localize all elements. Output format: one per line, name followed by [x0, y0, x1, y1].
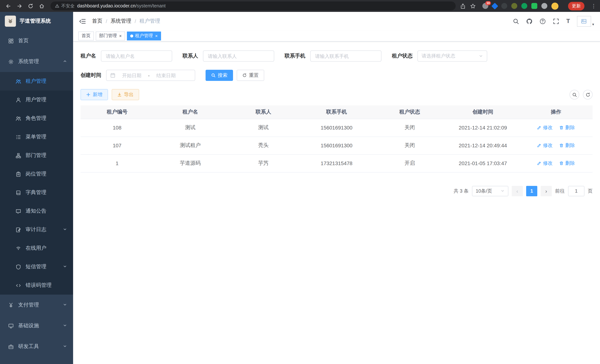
tab-home[interactable]: 首页	[78, 31, 94, 40]
delete-button[interactable]: 删除	[559, 142, 575, 149]
page-number-1[interactable]: 1	[526, 186, 537, 196]
sidebar-item-post[interactable]: 岗位管理	[0, 165, 73, 183]
cell-actions: 修改删除	[519, 154, 593, 172]
end-date-input[interactable]	[153, 73, 179, 78]
extension-green[interactable]	[521, 3, 527, 9]
browser-back-icon[interactable]	[4, 1, 13, 10]
edit-button[interactable]: 修改	[537, 142, 553, 149]
profile-avatar[interactable]	[551, 2, 558, 9]
sidebar-item-home[interactable]: 首页	[0, 30, 73, 51]
add-button-label: 新增	[93, 91, 103, 98]
tab-close-icon[interactable]: ×	[155, 34, 158, 38]
sidebar-item-notice[interactable]: 通知公告	[0, 202, 73, 220]
extension-diamond[interactable]	[491, 3, 498, 9]
online-icon	[16, 245, 21, 251]
tenant-name-input[interactable]	[101, 50, 172, 62]
sidebar-item-online[interactable]: 在线用户	[0, 239, 73, 258]
tenant-name-label: 租户名	[81, 53, 96, 59]
extension-chat[interactable]	[531, 3, 537, 9]
status-select[interactable]: 请选择租户状态	[417, 50, 487, 62]
extension-olive[interactable]	[511, 3, 517, 9]
trash-icon	[559, 143, 564, 148]
extension-ring[interactable]	[501, 3, 507, 9]
sidebar-item-user[interactable]: 用户管理	[0, 91, 73, 109]
edit-button[interactable]: 修改	[537, 124, 553, 131]
page-size-select[interactable]: 10条/页	[472, 186, 508, 196]
breadcrumb-link[interactable]: 首页	[92, 18, 103, 25]
tenant-table: 租户编号租户名联系人联系手机租户状态创建时间操作 108测试测试15601691…	[81, 105, 593, 172]
sidebar-item-label: 部门管理	[26, 152, 67, 159]
delete-button[interactable]: 删除	[559, 124, 575, 131]
github-icon[interactable]	[526, 18, 533, 24]
tab-tenant[interactable]: 租户管理×	[127, 31, 161, 40]
export-button[interactable]: 导出	[112, 89, 139, 100]
sidebar-item-audit[interactable]: 审计日志	[0, 220, 73, 239]
date-range-picker[interactable]: -	[106, 70, 195, 81]
delete-button[interactable]: 删除	[559, 160, 575, 167]
address-bar[interactable]: 不安全 dashboard.yudao.iocoder.cn/system/te…	[50, 1, 456, 10]
column-header: 租户编号	[81, 105, 154, 119]
browser-home-icon[interactable]	[37, 1, 46, 10]
table-body: 108测试测试15601691300关闭2021-12-14 21:02:09修…	[81, 119, 593, 172]
search-button[interactable]: 搜索	[206, 70, 233, 81]
tab-close-icon[interactable]: ×	[119, 34, 122, 38]
header-search-icon[interactable]	[513, 18, 519, 24]
update-button[interactable]: 更新	[568, 2, 584, 10]
bookmark-star-icon[interactable]	[470, 3, 476, 9]
sidebar-item-tools[interactable]: 研发工具	[0, 336, 73, 357]
page-unit-label: 页	[588, 187, 593, 194]
breadcrumb-link[interactable]: 系统管理	[111, 18, 131, 25]
sidebar-item-system[interactable]: 系统管理	[0, 51, 73, 72]
app-logo-area[interactable]: 芋道管理系统	[0, 12, 73, 30]
prev-page-button[interactable]: ‹	[512, 186, 523, 196]
sidebar-item-label: 审计日志	[26, 226, 58, 233]
url-text[interactable]: dashboard.yudao.iocoder.cn/system/tenant	[77, 3, 166, 9]
sidebar-item-infra[interactable]: 基础设施	[0, 315, 73, 336]
contact-input[interactable]	[203, 50, 274, 62]
cell-actions: 修改删除	[519, 137, 593, 154]
extension-puzzle[interactable]	[541, 3, 547, 9]
calendar-icon	[110, 73, 115, 78]
sidebar-item-pay[interactable]: 支付管理	[0, 295, 73, 315]
sidebar-item-menu[interactable]: 菜单管理	[0, 128, 73, 146]
sidebar-item-role[interactable]: 角色管理	[0, 109, 73, 128]
breadcrumb-separator: /	[106, 18, 107, 24]
tab-label: 首页	[82, 33, 91, 39]
create-time-label: 创建时间	[81, 72, 101, 79]
goto-page-input[interactable]	[568, 186, 584, 196]
add-button[interactable]: 新增	[81, 89, 108, 100]
cell-name: 测试租户	[154, 137, 227, 154]
next-page-button[interactable]: ›	[541, 186, 552, 196]
sidebar-item-dept[interactable]: 部门管理	[0, 146, 73, 165]
security-label[interactable]: 不安全	[61, 3, 75, 9]
sidebar-item-dict[interactable]: 字典管理	[0, 183, 73, 202]
app-logo	[5, 16, 16, 27]
extension-dots[interactable]: 10	[482, 3, 488, 9]
hamburger-icon[interactable]	[79, 18, 86, 25]
sidebar-item-sms[interactable]: 短信管理	[0, 258, 73, 276]
phone-input[interactable]	[310, 50, 381, 62]
dashboard-icon	[8, 38, 14, 44]
fullscreen-icon[interactable]	[553, 18, 559, 24]
cell-status: 关闭	[373, 119, 446, 137]
help-icon[interactable]	[540, 18, 546, 24]
refresh-table-icon[interactable]	[583, 90, 593, 99]
user-avatar-menu[interactable]: ▾	[577, 16, 594, 27]
sidebar-item-tenant[interactable]: 租户管理	[0, 72, 73, 91]
badge-icon	[16, 171, 21, 177]
chevron-down-icon	[63, 302, 67, 308]
browser-forward-icon[interactable]	[15, 1, 24, 10]
font-size-icon[interactable]: T	[566, 18, 570, 25]
reset-button[interactable]: 重置	[237, 70, 264, 81]
toggle-search-icon[interactable]	[570, 90, 579, 99]
start-date-input[interactable]	[118, 73, 145, 78]
page-size-value: 10条/页	[476, 187, 492, 194]
status-select-placeholder: 请选择租户状态	[422, 53, 455, 59]
share-icon[interactable]	[460, 3, 466, 9]
tab-dept[interactable]: 部门管理×	[96, 31, 125, 40]
edit-button[interactable]: 修改	[537, 160, 553, 167]
chrome-menu-icon[interactable]: ⋮	[591, 3, 596, 9]
browser-reload-icon[interactable]	[26, 1, 35, 10]
sidebar-item-errcode[interactable]: 错误码管理	[0, 276, 73, 295]
security-warning-icon[interactable]	[55, 4, 59, 8]
